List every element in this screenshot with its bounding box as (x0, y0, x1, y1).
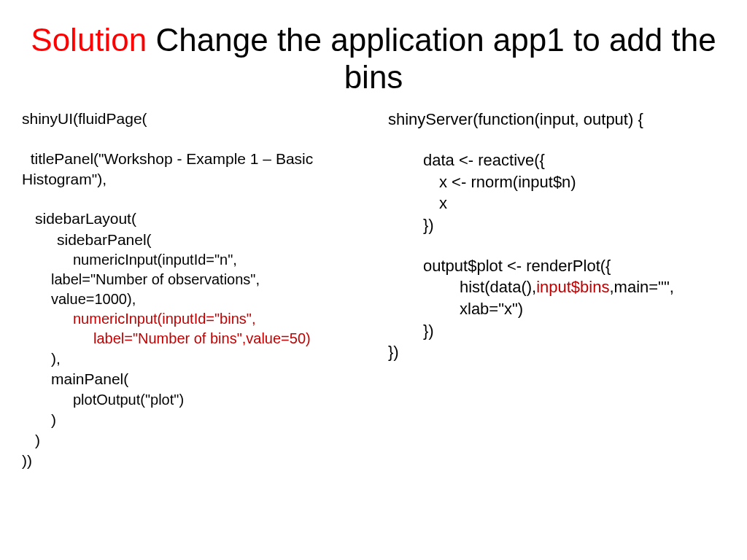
code-line: label="Number of observations", (22, 270, 359, 289)
code-line: x (388, 192, 725, 214)
code-line: ) (22, 430, 359, 451)
code-line: shinyServer(function(input, output) { (388, 110, 643, 128)
code-line: ) (22, 410, 359, 430)
code-line: titlePanel("Workshop - Example 1 – Basic (22, 150, 313, 167)
code-line: sidebarPanel( (22, 230, 359, 250)
server-code-column: shinyServer(function(input, output) { da… (374, 109, 725, 471)
code-fragment-highlight: input$bins (536, 278, 609, 296)
code-line: xlab="x") (388, 298, 725, 320)
code-line: numericInput(inputId="n", (22, 250, 359, 270)
code-line: x <- rnorm(input$n) (388, 171, 725, 193)
code-fragment: ,main="", (609, 278, 673, 296)
code-line: )) (22, 452, 32, 469)
code-line-highlight: numericInput(inputId="bins", (22, 309, 359, 329)
slide-title: Solution Change the application app1 to … (0, 0, 747, 96)
content-columns: shinyUI(fluidPage( titlePanel("Workshop … (0, 96, 747, 471)
code-line: shinyUI(fluidPage( (22, 110, 147, 127)
code-line: value=1000), (22, 289, 359, 309)
title-highlight: Solution (31, 22, 147, 58)
code-line: data <- reactive({ (388, 149, 725, 171)
code-line: }) (388, 343, 399, 361)
code-line: ), (22, 349, 359, 369)
code-line: Histogram"), (22, 171, 107, 187)
slide: Solution Change the application app1 to … (0, 0, 747, 560)
code-fragment: hist(data(), (460, 278, 536, 296)
code-line: mainPanel( (22, 369, 359, 389)
code-line: hist(data(),input$bins,main="", (388, 276, 725, 298)
code-line: }) (388, 214, 725, 236)
code-line: output$plot <- renderPlot({ (388, 255, 725, 277)
code-line: sidebarLayout( (22, 209, 359, 229)
code-line-highlight: label="Number of bins",value=50) (22, 329, 359, 349)
code-line: }) (388, 320, 725, 342)
code-line: plotOutput("plot") (22, 390, 359, 410)
title-rest: Change the application app1 to add the b… (147, 22, 716, 95)
ui-code-column: shinyUI(fluidPage( titlePanel("Workshop … (22, 109, 374, 471)
